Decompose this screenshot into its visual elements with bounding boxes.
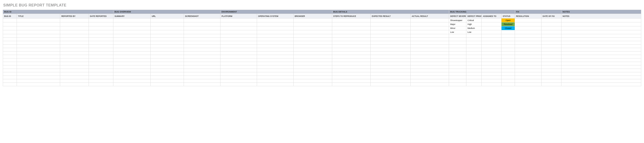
cell-summary[interactable] — [113, 45, 150, 48]
cell-defect-severity[interactable]: Major — [449, 22, 466, 26]
cell-steps-to-reproduce[interactable] — [332, 18, 370, 22]
cell-notes[interactable] — [562, 76, 641, 79]
cell-notes[interactable] — [562, 58, 641, 62]
cell-defect-severity[interactable] — [449, 65, 466, 69]
cell-screenshot[interactable] — [184, 38, 220, 41]
cell-defect-severity[interactable] — [449, 34, 466, 38]
cell-platform[interactable] — [220, 76, 257, 79]
cell-reported-by[interactable] — [60, 41, 89, 45]
cell-summary[interactable] — [113, 38, 150, 41]
cell-resolution[interactable] — [515, 26, 541, 30]
cell-operating-system[interactable] — [257, 72, 293, 76]
cell-date-of-fix[interactable] — [541, 55, 561, 58]
cell-actual-result[interactable] — [410, 72, 449, 76]
cell-resolution[interactable] — [515, 55, 541, 58]
cell-platform[interactable] — [220, 65, 257, 69]
cell-steps-to-reproduce[interactable] — [332, 30, 370, 34]
table-row[interactable] — [3, 41, 641, 45]
cell-notes[interactable] — [562, 26, 641, 30]
cell-date-reported[interactable] — [88, 48, 113, 51]
cell-reported-by[interactable] — [60, 65, 89, 69]
cell-reported-by[interactable] — [60, 26, 89, 30]
cell-date-reported[interactable] — [88, 55, 113, 58]
cell-date-reported[interactable] — [88, 69, 113, 72]
cell-expected-result[interactable] — [370, 83, 410, 86]
cell-url[interactable] — [150, 30, 184, 34]
cell-platform[interactable] — [220, 69, 257, 72]
cell-date-reported[interactable] — [88, 45, 113, 48]
cell-url[interactable] — [150, 79, 184, 83]
cell-screenshot[interactable] — [184, 45, 220, 48]
table-row[interactable] — [3, 62, 641, 65]
cell-actual-result[interactable] — [410, 45, 449, 48]
cell-steps-to-reproduce[interactable] — [332, 69, 370, 72]
cell-defect-severity[interactable] — [449, 58, 466, 62]
cell-actual-result[interactable] — [410, 76, 449, 79]
cell-date-of-fix[interactable] — [541, 22, 561, 26]
cell-steps-to-reproduce[interactable] — [332, 76, 370, 79]
cell-browser[interactable] — [293, 83, 332, 86]
cell-date-of-fix[interactable] — [541, 72, 561, 76]
table-row[interactable]: ShowstopperCriticalOpen — [3, 18, 641, 22]
cell-date-reported[interactable] — [88, 22, 113, 26]
cell-title[interactable] — [17, 58, 60, 62]
cell-notes[interactable] — [562, 41, 641, 45]
cell-expected-result[interactable] — [370, 55, 410, 58]
cell-assigned-to[interactable] — [482, 83, 502, 86]
cell-platform[interactable] — [220, 79, 257, 83]
table-row[interactable] — [3, 76, 641, 79]
cell-expected-result[interactable] — [370, 65, 410, 69]
cell-bug-id[interactable] — [3, 18, 17, 22]
cell-title[interactable] — [17, 79, 60, 83]
cell-operating-system[interactable] — [257, 18, 293, 22]
cell-reported-by[interactable] — [60, 22, 89, 26]
cell-date-reported[interactable] — [88, 62, 113, 65]
cell-notes[interactable] — [562, 69, 641, 72]
cell-notes[interactable] — [562, 38, 641, 41]
table-row[interactable] — [3, 69, 641, 72]
cell-resolution[interactable] — [515, 72, 541, 76]
cell-browser[interactable] — [293, 62, 332, 65]
cell-expected-result[interactable] — [370, 45, 410, 48]
cell-bug-id[interactable] — [3, 48, 17, 51]
cell-actual-result[interactable] — [410, 18, 449, 22]
cell-defect-severity[interactable] — [449, 76, 466, 79]
cell-url[interactable] — [150, 45, 184, 48]
cell-status[interactable]: Closed — [502, 26, 515, 30]
cell-screenshot[interactable] — [184, 83, 220, 86]
cell-bug-id[interactable] — [3, 41, 17, 45]
cell-title[interactable] — [17, 48, 60, 51]
cell-defect-severity[interactable] — [449, 69, 466, 72]
cell-platform[interactable] — [220, 18, 257, 22]
cell-date-of-fix[interactable] — [541, 30, 561, 34]
cell-notes[interactable] — [562, 22, 641, 26]
table-row[interactable]: MinorMediumClosed — [3, 26, 641, 30]
cell-status[interactable] — [502, 62, 515, 65]
cell-title[interactable] — [17, 83, 60, 86]
table-row[interactable] — [3, 55, 641, 58]
cell-operating-system[interactable] — [257, 55, 293, 58]
cell-bug-id[interactable] — [3, 45, 17, 48]
cell-assigned-to[interactable] — [482, 79, 502, 83]
cell-expected-result[interactable] — [370, 38, 410, 41]
cell-screenshot[interactable] — [184, 48, 220, 51]
cell-defect-severity[interactable] — [449, 62, 466, 65]
table-row[interactable]: LowLow — [3, 30, 641, 34]
cell-defect-severity[interactable]: Showstopper — [449, 18, 466, 22]
cell-date-of-fix[interactable] — [541, 76, 561, 79]
cell-date-reported[interactable] — [88, 83, 113, 86]
cell-actual-result[interactable] — [410, 41, 449, 45]
cell-assigned-to[interactable] — [482, 34, 502, 38]
cell-summary[interactable] — [113, 18, 150, 22]
cell-date-of-fix[interactable] — [541, 38, 561, 41]
cell-resolution[interactable] — [515, 69, 541, 72]
cell-expected-result[interactable] — [370, 79, 410, 83]
cell-summary[interactable] — [113, 48, 150, 51]
cell-assigned-to[interactable] — [482, 22, 502, 26]
cell-operating-system[interactable] — [257, 65, 293, 69]
cell-operating-system[interactable] — [257, 76, 293, 79]
cell-defect-priority[interactable]: High — [466, 22, 482, 26]
cell-defect-severity[interactable] — [449, 55, 466, 58]
cell-platform[interactable] — [220, 72, 257, 76]
cell-url[interactable] — [150, 51, 184, 55]
